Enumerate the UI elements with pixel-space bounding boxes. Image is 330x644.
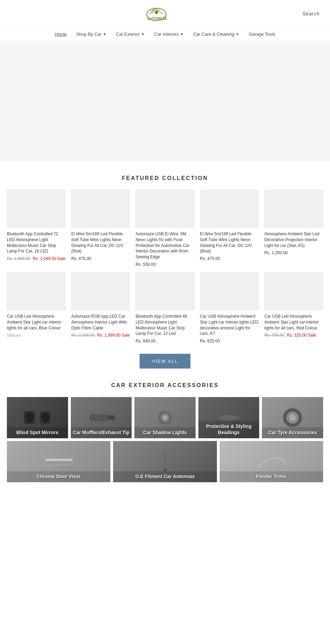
- navigation: Home Shop By Car ▼ Car Exterior ▼ Car In…: [0, 27, 330, 41]
- product-image: [71, 190, 130, 228]
- product-image: [264, 272, 323, 310]
- product-image: [135, 190, 194, 228]
- search-button[interactable]: Search: [302, 11, 320, 16]
- svg-line-19: [158, 453, 165, 460]
- svg-point-14: [289, 414, 296, 421]
- chevron-down-icon: ▼: [141, 32, 145, 36]
- product-title: Atmosphere Ambient Star Led Decorative P…: [264, 231, 323, 248]
- nav-item-car-exterior[interactable]: Car Exterior ▼: [116, 32, 144, 37]
- product-title: El Wire 5m/16ft Led Flexible Soft Tube W…: [200, 231, 259, 254]
- product-price: Rs. 2,100.00 Rs. 1,999.00 Sale: [71, 333, 130, 338]
- product-image: [200, 190, 259, 228]
- accessory-card-chrome-door[interactable]: Chrome Door Visor: [7, 441, 110, 482]
- product-image: [71, 272, 130, 310]
- featured-products-grid: Bluetooth App Controlled 72 LED Atmosphe…: [0, 190, 330, 343]
- accessory-label: O.E Fitment Car Antennas: [113, 471, 217, 482]
- accessory-card-blind-spot[interactable]: Blind Spot Mirrors: [7, 397, 68, 438]
- accessory-card-shadow-lights[interactable]: Car Shadow Lights: [134, 397, 196, 438]
- sold-out-label: Sold out: [7, 333, 21, 337]
- chrome-door-graphic: [42, 450, 76, 474]
- nav-item-car-care[interactable]: Car Care & Cleaning ▼: [193, 32, 239, 37]
- product-card[interactable]: Automaze USB El Wire, 5M Neon Lights 5V …: [135, 190, 194, 267]
- sale-price: Rs. 1,049.00 Sale: [33, 256, 65, 261]
- product-price: Rs. 799.00 Rs. 325.00 Sale: [264, 333, 323, 338]
- product-price: Rs. 1,900.00 Rs. 1,049.00 Sale: [7, 256, 66, 261]
- product-image: [7, 190, 66, 228]
- accessory-label: Car Shadow Lights: [134, 427, 196, 438]
- accessory-card-fender[interactable]: Fender Trims: [220, 441, 323, 482]
- svg-point-11: [163, 416, 167, 420]
- product-card[interactable]: El Wire 5m/16ft Led Flexible Soft Tube W…: [200, 190, 259, 267]
- product-price: Rs. 475.00: [200, 256, 259, 261]
- chevron-down-icon: ▼: [103, 32, 106, 36]
- accessory-card-muffler[interactable]: Car Mufflers/Exhaust Tip: [71, 397, 132, 438]
- nav-item-home[interactable]: Home: [55, 32, 67, 37]
- product-price: Rs. 550.00: [135, 262, 194, 267]
- product-card[interactable]: Atmosphere Ambient Star Led Decorative P…: [264, 190, 323, 267]
- product-title: Bluetooth App Controlled 72 LED Atmosphe…: [7, 231, 66, 254]
- product-price: Sold out: [7, 333, 66, 338]
- antenna-graphic: [148, 450, 182, 474]
- svg-rect-7: [89, 414, 110, 421]
- product-price: Rs. 849.00: [135, 339, 194, 343]
- chevron-down-icon: ▼: [180, 32, 184, 36]
- exterior-accessories-title: CAR EXTERIOR ACCESSORIES: [0, 382, 330, 388]
- blind-spot-graphic: [20, 406, 55, 430]
- view-all-button[interactable]: VIEW ALL: [140, 354, 190, 369]
- product-image: [200, 272, 259, 310]
- accessory-label: Fender Trims: [220, 471, 323, 482]
- shadow-lights-graphic: [148, 406, 182, 430]
- accessory-label: Chrome Door Visor: [7, 471, 110, 482]
- featured-collection-title: FEATURED COLLECTION: [0, 175, 330, 181]
- tyre-graphic: [275, 406, 310, 430]
- accessories-grid-row1: Blind Spot Mirrors Car Mufflers/Exhaust …: [0, 397, 330, 438]
- svg-text:AUTOMAZE: AUTOMAZE: [147, 17, 167, 21]
- original-price: Rs. 799.00: [264, 333, 284, 338]
- accessory-card-protective[interactable]: Protective & Styling Beadings: [198, 397, 260, 438]
- product-card[interactable]: Car USB Atmosphere Ambient Star Light ca…: [200, 272, 259, 343]
- original-price: Rs. 1,900.00: [7, 256, 30, 261]
- product-card[interactable]: El Wire 5m/16ft Led Flexible Soft Tube W…: [71, 190, 130, 267]
- accessory-card-tyre[interactable]: Car Tyre Accessories: [262, 397, 323, 438]
- hero-banner: [0, 41, 330, 161]
- product-card[interactable]: Automaze RGB App LED Car Atmosphere Inte…: [71, 272, 130, 343]
- view-all-section: VIEW ALL: [0, 354, 330, 369]
- svg-point-5: [25, 413, 34, 423]
- product-title: Automaze USB El Wire, 5M Neon Lights 5V …: [135, 231, 194, 260]
- product-title: Bluetooth App Controlled 48 LED Atmosphe…: [135, 314, 194, 337]
- accessories-grid-row2: Chrome Door Visor O.E Fitment Car Antenn…: [0, 441, 330, 482]
- product-title: Car USB Led Atmosphere Ambient Star Ligh…: [7, 314, 66, 331]
- product-title: El Wire 5m/16ft Led Flexible Soft Tube W…: [71, 231, 130, 254]
- product-image: [135, 272, 194, 310]
- product-price: Rs. 1,200.00: [264, 250, 323, 255]
- svg-point-6: [41, 413, 50, 423]
- product-title: Car USB Led Atmosphere Ambient Star Ligh…: [264, 314, 323, 331]
- product-image: [264, 190, 323, 228]
- nav-item-shop-by-car[interactable]: Shop By Car ▼: [76, 32, 107, 37]
- accessory-label: Car Mufflers/Exhaust Tip: [71, 427, 132, 438]
- svg-rect-8: [108, 415, 115, 420]
- original-price: Rs. 2,100.00: [71, 333, 95, 338]
- svg-line-18: [165, 453, 172, 460]
- product-title: Car USB Atmosphere Ambient Star Light ca…: [200, 314, 259, 337]
- logo-icon: AUTOMAZE: [143, 4, 170, 23]
- nav-item-garage-tools[interactable]: Garage Tools: [249, 32, 275, 37]
- chevron-down-icon: ▼: [236, 32, 239, 36]
- product-card[interactable]: Bluetooth App Controlled 48 LED Atmosphe…: [135, 272, 194, 343]
- accessory-card-antenna[interactable]: O.E Fitment Car Antennas: [113, 441, 217, 482]
- product-card[interactable]: Car USB Led Atmosphere Ambient Star Ligh…: [264, 272, 323, 343]
- product-card[interactable]: Bluetooth App Controlled 72 LED Atmosphe…: [7, 190, 66, 267]
- svg-point-2: [155, 11, 158, 14]
- product-card[interactable]: Car USB Led Atmosphere Ambient Star Ligh…: [7, 272, 66, 343]
- svg-rect-16: [46, 459, 72, 461]
- accessory-label: Protective & Styling Beadings: [198, 421, 260, 438]
- product-price: Rs. 625.00: [200, 339, 259, 343]
- accessory-label: Blind Spot Mirrors: [7, 427, 68, 438]
- product-title: Automaze RGB App LED Car Atmosphere Inte…: [71, 314, 130, 331]
- product-image: [7, 272, 66, 310]
- nav-item-car-interiors[interactable]: Car Interiors ▼: [154, 32, 184, 37]
- fender-graphic: [254, 450, 288, 474]
- accessory-label: Car Tyre Accessories: [262, 427, 323, 438]
- header: AUTOMAZE Search: [0, 0, 330, 27]
- product-price: Rs. 475.00: [71, 256, 130, 261]
